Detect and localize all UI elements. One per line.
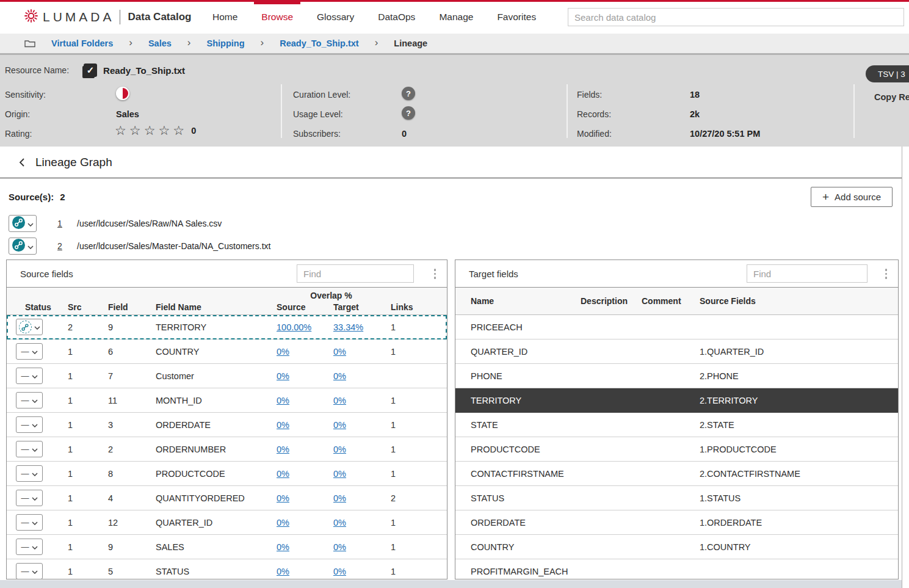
target-field-row[interactable]: QUARTER_ID1.QUARTER_ID (455, 339, 898, 364)
breadcrumb-separator: › (129, 37, 132, 49)
source-overlap-link[interactable]: 0% (277, 347, 289, 357)
status-dropdown[interactable]: — (16, 416, 43, 433)
source-overlap-link[interactable]: 0% (277, 493, 289, 503)
target-field-row[interactable]: COUNTRY1.COUNTRY (455, 535, 898, 559)
source-overlap-link[interactable]: 0% (277, 469, 289, 479)
source-overlap-link[interactable]: 0% (277, 567, 289, 576)
usage-help-icon[interactable]: ? (402, 106, 415, 120)
nav-browse[interactable]: Browse (261, 0, 293, 34)
target-overlap-link[interactable]: 0% (333, 371, 346, 381)
source-field-row[interactable]: —15STATUS0%0%1 (7, 559, 447, 579)
source-index-link[interactable]: 2 (48, 241, 72, 251)
target-overlap-link[interactable]: 0% (333, 469, 346, 479)
target-field-row[interactable]: STATE2.STATE (455, 413, 898, 437)
target-overlap-link[interactable]: 0% (333, 567, 346, 576)
target-field-row[interactable]: PRICEEACH (455, 315, 898, 339)
chevron-down-icon (27, 242, 34, 251)
target-overlap-link[interactable]: 0% (333, 445, 346, 454)
source-field-row[interactable]: —19SALES0%0%1 (7, 535, 447, 559)
source-field-row[interactable]: —18PRODUCTCODE0%0%1 (7, 462, 447, 486)
breadcrumb-resource[interactable]: Ready_To_Ship.txt (280, 38, 358, 48)
target-field-row[interactable]: ORDERDATE1.ORDERDATE (455, 510, 898, 535)
nav-favorites[interactable]: Favorites (497, 0, 536, 34)
main-nav: Home Browse Glossary DataOps Manage Favo… (212, 0, 536, 34)
field-number: 8 (108, 469, 156, 479)
target-fields-find-input[interactable] (747, 264, 867, 283)
kebab-menu-icon[interactable] (433, 267, 438, 280)
curation-help-icon[interactable]: ? (402, 87, 415, 100)
star-icon[interactable]: ☆ (173, 124, 184, 137)
target-overlap-link[interactable]: 0% (333, 347, 346, 357)
field-number: 12 (108, 518, 156, 528)
status-dropdown[interactable]: — (16, 441, 43, 457)
source-field-row[interactable]: 29TERRITORY100.00%33.34%1 (7, 315, 447, 339)
copy-resource-link[interactable]: Copy Res (874, 92, 909, 102)
star-icon[interactable]: ☆ (115, 124, 126, 137)
target-overlap-link[interactable]: 0% (333, 493, 346, 503)
source-overlap-link[interactable]: 0% (277, 518, 289, 528)
links-count: 1 (385, 542, 447, 552)
kebab-menu-icon[interactable] (884, 267, 889, 280)
source-overlap-link[interactable]: 0% (277, 445, 289, 454)
records-label: Records: (577, 109, 611, 119)
checked-resource-icon[interactable]: ✓ (84, 64, 97, 77)
source-link-dropdown[interactable] (9, 215, 37, 232)
breadcrumb-shipping[interactable]: Shipping (207, 38, 245, 48)
source-overlap-link[interactable]: 0% (277, 542, 289, 552)
col-field-name: Field Name (156, 302, 273, 312)
source-field-row[interactable]: —17Customer0%0% (7, 364, 447, 388)
status-dropdown[interactable]: — (16, 392, 43, 408)
star-icon[interactable]: ☆ (129, 124, 141, 137)
source-field-row[interactable]: —112QUARTER_ID0%0%1 (7, 510, 447, 535)
source-link-dropdown[interactable] (9, 238, 37, 255)
target-overlap-link[interactable]: 0% (333, 396, 346, 405)
source-field-row[interactable]: —12ORDERNUMBER0%0%1 (7, 437, 447, 462)
source-overlap-link[interactable]: 0% (277, 371, 289, 381)
source-field-row[interactable]: —14QUANTITYORDERED0%0%2 (7, 486, 447, 510)
status-dropdown[interactable]: — (16, 343, 43, 360)
target-overlap-link[interactable]: 33.34% (333, 322, 363, 332)
target-field-row[interactable]: PRODUCTCODE1.PRODUCTCODE (455, 437, 898, 462)
overlap-group-header: Overlap % (275, 291, 387, 300)
add-source-label: Add source (835, 192, 881, 202)
sensitivity-icon[interactable] (116, 87, 129, 100)
star-icon[interactable]: ☆ (158, 124, 170, 137)
nav-dataops[interactable]: DataOps (378, 0, 415, 34)
target-overlap-link[interactable]: 0% (333, 420, 346, 430)
links-count: 1 (385, 420, 447, 430)
target-field-row[interactable]: CONTACTFIRSTNAME2.CONTACTFIRSTNAME (455, 462, 898, 486)
status-dropdown[interactable] (16, 319, 43, 335)
status-dropdown[interactable]: — (16, 563, 43, 579)
nav-manage[interactable]: Manage (439, 0, 473, 34)
source-field-row[interactable]: —13ORDERDATE0%0%1 (7, 413, 447, 437)
target-overlap-link[interactable]: 0% (333, 518, 346, 528)
status-dropdown[interactable]: — (16, 465, 43, 482)
source-field-row[interactable]: —111MONTH_ID0%0%1 (7, 388, 447, 413)
target-field-row[interactable]: PROFITMARGIN_EACH (455, 559, 898, 579)
status-dropdown[interactable]: — (16, 490, 43, 506)
nav-glossary[interactable]: Glossary (317, 0, 354, 34)
status-dropdown[interactable]: — (16, 539, 43, 555)
status-dropdown[interactable]: — (16, 368, 43, 384)
back-chevron-icon[interactable] (18, 157, 26, 168)
source-overlap-link[interactable]: 0% (277, 420, 289, 430)
source-index-link[interactable]: 1 (48, 219, 72, 228)
target-overlap-link[interactable]: 0% (333, 542, 346, 552)
star-icon[interactable]: ☆ (144, 124, 156, 137)
status-dropdown[interactable]: — (16, 514, 43, 531)
source-field-row[interactable]: —16COUNTRY0%0%1 (7, 339, 447, 364)
format-badge[interactable]: TSV | 3 (866, 65, 909, 82)
add-source-button[interactable]: + Add source (811, 187, 893, 207)
breadcrumb-virtual-folders[interactable]: Virtual Folders (51, 38, 113, 48)
source-overlap-link[interactable]: 100.00% (277, 322, 311, 332)
field-name: Customer (156, 371, 273, 381)
logo[interactable]: LUMADA Data Catalog (23, 0, 191, 34)
target-field-row[interactable]: TERRITORY2.TERRITORY (455, 388, 898, 413)
nav-home[interactable]: Home (212, 0, 237, 34)
source-fields-find-input[interactable] (297, 264, 414, 283)
target-field-row[interactable]: STATUS1.STATUS (455, 486, 898, 510)
breadcrumb-sales[interactable]: Sales (148, 38, 172, 48)
source-overlap-link[interactable]: 0% (277, 396, 289, 405)
search-input[interactable] (568, 8, 904, 26)
target-field-row[interactable]: PHONE2.PHONE (455, 364, 898, 388)
